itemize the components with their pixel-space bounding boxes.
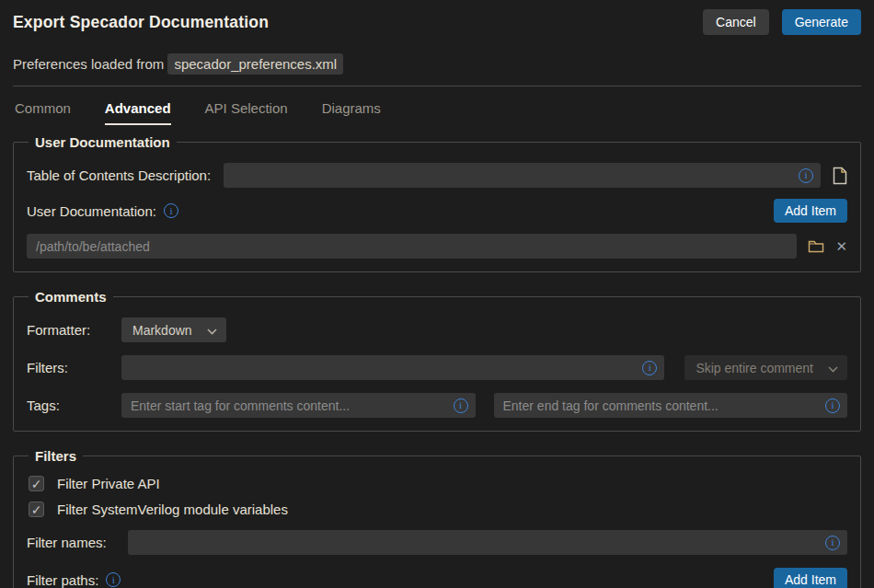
tab-api-selection[interactable]: API Selection xyxy=(205,100,288,125)
user-documentation-row: User Documentation: i Add Item xyxy=(27,199,847,223)
skip-comment-selected-value: Skip entire comment xyxy=(696,361,813,375)
cancel-button[interactable]: Cancel xyxy=(703,9,769,35)
remove-item-close-icon[interactable]: ✕ xyxy=(835,239,847,253)
attached-path-input[interactable] xyxy=(27,234,797,259)
filter-private-api-checkbox[interactable]: ✓ xyxy=(29,476,44,491)
new-file-icon[interactable] xyxy=(833,167,847,185)
tab-common[interactable]: Common xyxy=(15,100,71,125)
chevron-down-icon xyxy=(828,361,838,375)
user-documentation-info-icon[interactable]: i xyxy=(164,203,178,218)
filter-paths-row: Filter paths: i Add Item xyxy=(27,568,847,588)
formatter-label: Formatter: xyxy=(27,322,121,338)
filter-names-field-wrap: i xyxy=(128,530,847,555)
filter-paths-add-item-button[interactable]: Add Item xyxy=(774,568,847,588)
page-title: Export Specador Documentation xyxy=(13,13,703,32)
user-documentation-legend: User Documentation xyxy=(29,134,177,150)
preferences-text: Preferences loaded from xyxy=(13,56,164,72)
formatter-dropdown[interactable]: Markdown xyxy=(121,317,226,342)
tab-advanced[interactable]: Advanced xyxy=(105,100,171,125)
filter-private-api-row: ✓ Filter Private API xyxy=(29,476,847,491)
tags-row: Tags: i i xyxy=(27,393,847,418)
end-tag-input[interactable] xyxy=(494,393,848,418)
start-tag-input[interactable] xyxy=(121,393,476,418)
toc-description-label: Table of Contents Description: xyxy=(27,167,211,183)
skip-comment-dropdown: Skip entire comment xyxy=(684,355,847,380)
comments-filters-row: Filters: i Skip entire comment xyxy=(27,355,847,380)
filter-names-row: Filter names: i xyxy=(27,530,847,555)
start-tag-field-wrap: i xyxy=(121,393,476,418)
user-documentation-label: User Documentation: xyxy=(27,203,156,219)
filter-names-input[interactable] xyxy=(128,530,847,555)
filter-private-api-label: Filter Private API xyxy=(57,476,160,491)
filter-sv-module-vars-checkbox[interactable]: ✓ xyxy=(29,502,44,517)
formatter-row: Formatter: Markdown xyxy=(27,317,847,342)
filter-names-info-icon[interactable]: i xyxy=(825,536,840,550)
preferences-line: Preferences loaded from specador_prefere… xyxy=(0,35,874,72)
chevron-down-icon xyxy=(207,323,217,338)
filter-paths-info-icon[interactable]: i xyxy=(106,572,121,587)
folder-icon[interactable] xyxy=(808,239,824,253)
start-tag-info-icon[interactable]: i xyxy=(454,398,468,413)
tab-bar: Common Advanced API Selection Diagrams xyxy=(0,86,874,125)
end-tag-field-wrap: i xyxy=(494,393,848,418)
end-tag-info-icon[interactable]: i xyxy=(825,398,840,413)
tab-diagrams[interactable]: Diagrams xyxy=(322,100,381,125)
comments-filters-info-icon[interactable]: i xyxy=(642,361,657,375)
filter-sv-module-vars-label: Filter SystemVerilog module variables xyxy=(57,502,288,517)
attached-path-field-wrap xyxy=(27,234,797,259)
fieldset-user-documentation: User Documentation Table of Contents Des… xyxy=(13,134,861,272)
filter-sv-module-vars-row: ✓ Filter SystemVerilog module variables xyxy=(29,502,847,517)
filter-names-label: Filter names: xyxy=(27,535,128,550)
tags-label: Tags: xyxy=(27,398,121,413)
toc-description-input[interactable] xyxy=(224,163,821,188)
fieldset-filters: Filters ✓ Filter Private API ✓ Filter Sy… xyxy=(13,448,861,588)
preferences-file-badge: specador_preferences.xml xyxy=(167,53,343,75)
dialog-header: Export Specador Documentation Cancel Gen… xyxy=(0,0,874,35)
attached-path-row: ✕ xyxy=(27,234,847,259)
comments-legend: Comments xyxy=(29,289,113,305)
filters-legend: Filters xyxy=(29,448,83,464)
toc-description-field-wrap: i xyxy=(224,163,821,188)
filter-paths-label: Filter paths: xyxy=(27,572,98,588)
comments-filters-input[interactable] xyxy=(121,355,664,380)
fieldset-comments: Comments Formatter: Markdown Filters: i … xyxy=(13,289,861,432)
user-documentation-add-item-button[interactable]: Add Item xyxy=(774,199,847,223)
generate-button[interactable]: Generate xyxy=(782,9,861,35)
comments-filters-field-wrap: i xyxy=(121,355,664,380)
formatter-selected-value: Markdown xyxy=(132,323,192,338)
comments-filters-label: Filters: xyxy=(27,360,121,375)
toc-info-icon[interactable]: i xyxy=(799,168,813,183)
toc-description-row: Table of Contents Description: i xyxy=(27,163,847,188)
